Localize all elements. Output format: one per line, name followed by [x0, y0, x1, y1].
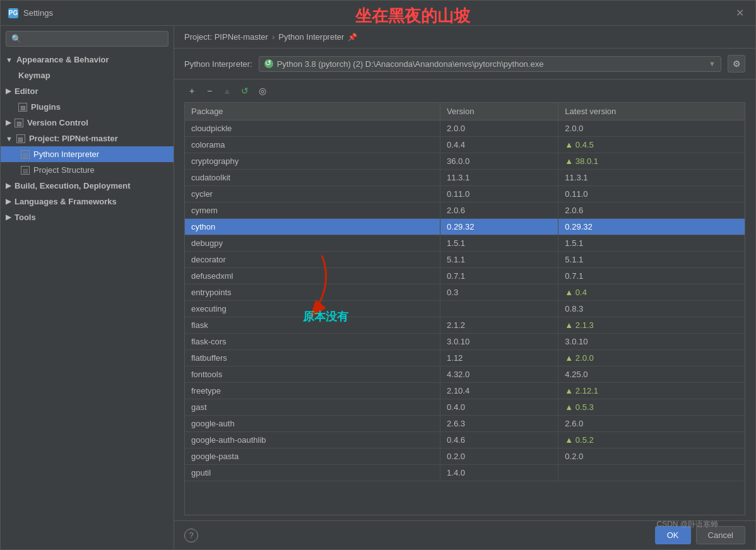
sidebar-item-label: Languages & Frameworks — [15, 197, 117, 206]
table-row[interactable]: gputil1.4.0 — [185, 465, 745, 481]
sidebar-item-tools[interactable]: ▶Tools — [1, 209, 174, 225]
package-version: 0.2.0 — [440, 448, 558, 465]
interpreter-value: Python 3.8 (pytorch) (2) D:\Anaconda\Ana… — [277, 59, 544, 69]
package-latest-version: ▲ 2.0.0 — [558, 350, 745, 366]
search-box[interactable]: 🔍 — [6, 31, 168, 47]
search-input[interactable] — [25, 34, 163, 44]
sidebar-item-version-control[interactable]: ▶▤Version Control — [1, 115, 174, 131]
help-button[interactable]: ? — [184, 529, 198, 542]
plugin-icon: ▤ — [16, 134, 25, 143]
table-row[interactable]: entrypoints0.3▲ 0.4 — [185, 284, 745, 301]
title-bar: PG Settings ✕ — [1, 1, 755, 26]
package-version: 2.1.2 — [440, 317, 558, 334]
package-version: 36.0.0 — [440, 153, 558, 170]
packages-table: Package Version Latest version cloudpick… — [185, 103, 745, 481]
sidebar-item-languages-frameworks[interactable]: ▶Languages & Frameworks — [1, 194, 174, 209]
package-version: 11.3.1 — [440, 170, 558, 186]
package-name: cython — [185, 219, 440, 235]
interpreter-settings-button[interactable]: ⚙ — [728, 55, 745, 73]
table-row[interactable]: executing0.8.3 — [185, 301, 745, 317]
table-row[interactable]: gast0.4.0▲ 0.5.3 — [185, 399, 745, 416]
expand-icon: ▼ — [6, 56, 13, 64]
expand-icon: ▶ — [6, 197, 11, 206]
package-version: 1.5.1 — [440, 235, 558, 252]
table-row[interactable]: google-pasta0.2.00.2.0 — [185, 448, 745, 465]
breadcrumb-separator: › — [272, 32, 275, 42]
sidebar-item-label: Appearance & Behavior — [16, 55, 109, 64]
package-version: 0.11.0 — [440, 186, 558, 202]
package-name: entrypoints — [185, 284, 440, 301]
move-up-button[interactable]: ▲ — [220, 83, 235, 98]
sidebar-item-project-pipnet[interactable]: ▼▤Project: PIPNet-master — [1, 131, 174, 146]
package-latest-version: ▲ 0.5.3 — [558, 399, 745, 416]
table-row[interactable]: flask-cors3.0.103.0.10 — [185, 334, 745, 350]
table-row[interactable]: freetype2.10.4▲ 2.12.1 — [185, 383, 745, 399]
sidebar-item-label: Keymap — [18, 71, 50, 80]
package-latest-version: ▲ 0.4 — [558, 284, 745, 301]
table-row[interactable]: google-auth-oauthlib0.4.6▲ 0.5.2 — [185, 432, 745, 448]
package-latest-version: ▲ 0.4.5 — [558, 137, 745, 153]
package-latest-version: 0.8.3 — [558, 301, 745, 317]
table-row[interactable]: cython0.29.320.29.32 — [185, 219, 745, 235]
sidebar-item-appearance[interactable]: ▼Appearance & Behavior — [1, 52, 174, 67]
app-icon: PG — [8, 8, 18, 18]
close-button[interactable]: ✕ — [732, 6, 748, 20]
package-version: 0.7.1 — [440, 268, 558, 284]
package-latest-version: 0.7.1 — [558, 268, 745, 284]
sidebar-item-python-interpreter[interactable]: ▤Python Interpreter — [1, 146, 174, 162]
package-name: gputil — [185, 465, 440, 481]
breadcrumb: Project: PIPNet-master › Python Interpre… — [174, 26, 755, 49]
sidebar-item-keymap[interactable]: Keymap — [1, 67, 174, 83]
sidebar-item-project-structure[interactable]: ▤Project Structure — [1, 162, 174, 178]
table-row[interactable]: flatbuffers1.12▲ 2.0.0 — [185, 350, 745, 366]
sidebar-item-build-execution[interactable]: ▶Build, Execution, Deployment — [1, 178, 174, 194]
ok-button[interactable]: OK — [655, 526, 691, 544]
interpreter-label: Python Interpreter: — [184, 59, 252, 69]
table-row[interactable]: defusedxml0.7.10.7.1 — [185, 268, 745, 284]
package-latest-version: ▲ 0.5.2 — [558, 432, 745, 448]
reload-button[interactable]: ↺ — [237, 83, 252, 98]
sidebar-item-label: Version Control — [27, 118, 88, 127]
package-latest-version: 5.1.1 — [558, 252, 745, 268]
package-name: cudatoolkit — [185, 170, 440, 186]
table-row[interactable]: cycler0.11.00.11.0 — [185, 186, 745, 202]
table-row[interactable]: google-auth2.6.32.6.0 — [185, 416, 745, 432]
sidebar-item-label: Tools — [15, 213, 36, 222]
package-latest-version — [558, 465, 745, 481]
table-row[interactable]: flask2.1.2▲ 2.1.3 — [185, 317, 745, 334]
show-details-button[interactable]: ◎ — [255, 83, 270, 98]
package-name: google-auth-oauthlib — [185, 432, 440, 448]
table-row[interactable]: cloudpickle2.0.02.0.0 — [185, 120, 745, 137]
table-row[interactable]: cryptography36.0.0▲ 38.0.1 — [185, 153, 745, 170]
table-row[interactable]: debugpy1.5.11.5.1 — [185, 235, 745, 252]
settings-dialog: PG Settings ✕ 🔍 ▼Appearance & BehaviorKe… — [0, 0, 756, 550]
table-row[interactable]: cymem2.0.62.0.6 — [185, 202, 745, 219]
breadcrumb-parent: Project: PIPNet-master — [184, 32, 268, 42]
package-latest-version: ▲ 38.0.1 — [558, 153, 745, 170]
package-latest-version: 1.5.1 — [558, 235, 745, 252]
interpreter-select[interactable]: Python 3.8 (pytorch) (2) D:\Anaconda\Ana… — [259, 56, 721, 72]
package-version: 2.0.6 — [440, 202, 558, 219]
package-name: google-auth — [185, 416, 440, 432]
plugin-icon: ▤ — [21, 166, 30, 175]
package-latest-version: 2.0.0 — [558, 120, 745, 137]
pin-icon: 📌 — [348, 33, 357, 42]
package-name: fonttools — [185, 366, 440, 383]
footer: ? OK Cancel — [174, 520, 755, 549]
sidebar-item-label: Editor — [15, 86, 38, 96]
sidebar-item-label: Project Structure — [33, 165, 95, 175]
add-package-button[interactable]: + — [184, 83, 199, 98]
remove-package-button[interactable]: − — [202, 83, 217, 98]
table-row[interactable]: fonttools4.32.04.25.0 — [185, 366, 745, 383]
package-name: flatbuffers — [185, 350, 440, 366]
sidebar-item-editor[interactable]: ▶Editor — [1, 83, 174, 99]
package-name: decorator — [185, 252, 440, 268]
table-row[interactable]: decorator5.1.15.1.1 — [185, 252, 745, 268]
table-row[interactable]: colorama0.4.4▲ 0.4.5 — [185, 137, 745, 153]
cancel-button[interactable]: Cancel — [696, 526, 745, 544]
package-name: executing — [185, 301, 440, 317]
package-version: 1.4.0 — [440, 465, 558, 481]
sidebar-item-plugins[interactable]: ▤Plugins — [1, 99, 174, 115]
table-row[interactable]: cudatoolkit11.3.111.3.1 — [185, 170, 745, 186]
package-version: 1.12 — [440, 350, 558, 366]
